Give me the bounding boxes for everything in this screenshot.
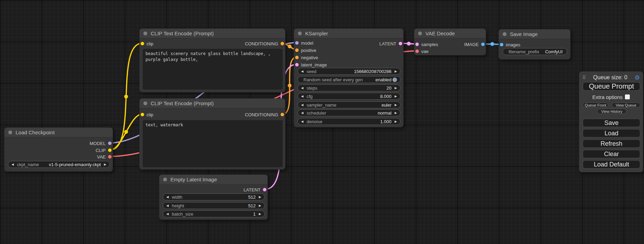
node-vae-decode[interactable]: VAE Decode samples vae IMAGE	[414, 28, 486, 55]
collapse-dot-icon[interactable]	[143, 101, 147, 105]
slot-dot-latent[interactable]	[399, 42, 402, 45]
queue-prompt-button[interactable]: Queue Prompt	[583, 82, 640, 91]
queue-front-button[interactable]: Queue Front	[583, 102, 608, 108]
slot-dot-vae[interactable]	[108, 155, 112, 159]
view-history-button[interactable]: View History	[597, 109, 626, 114]
node-save-image[interactable]: Save Image images filename_prefix ComfyU…	[499, 29, 571, 60]
filename-prefix-widget[interactable]: filename_prefix ComfyUI	[503, 48, 567, 55]
output-slot-latent[interactable]: LATENT	[379, 40, 402, 47]
input-slot-model[interactable]: model	[295, 39, 313, 46]
increment-arrow-icon[interactable]: ▶	[395, 111, 397, 115]
node-clip-text-encode-positive[interactable]: CLIP Text Encode (Prompt) clip CONDITION…	[139, 28, 285, 92]
input-slot-clip[interactable]: clip	[141, 111, 153, 118]
increment-arrow-icon[interactable]: ▶	[395, 120, 397, 123]
slot-dot-clip[interactable]	[141, 42, 144, 45]
output-slot-conditioning[interactable]: CONDITIONING	[245, 40, 284, 47]
output-slot-clip[interactable]: CLIP	[96, 147, 112, 154]
output-slot-image[interactable]: IMAGE	[464, 41, 485, 48]
collapse-dot-icon[interactable]	[163, 178, 167, 181]
node-title-bar[interactable]: KSampler	[294, 29, 403, 38]
collapse-dot-icon[interactable]	[8, 130, 12, 134]
node-load-checkpoint[interactable]: Load Checkpoint MODEL CLIP VAE ◀ ckpt_na…	[4, 127, 113, 172]
slot-dot-conditioning[interactable]	[281, 42, 284, 45]
slot-dot-vae[interactable]	[415, 49, 419, 53]
slot-dot-latent[interactable]	[415, 43, 419, 46]
increment-arrow-icon[interactable]: ▶	[259, 195, 261, 199]
cfg-widget[interactable]: ◀ cfg 8.000 ▶	[298, 93, 400, 100]
increment-arrow-icon[interactable]: ▶	[395, 103, 397, 107]
output-slot-model[interactable]: MODEL	[90, 140, 112, 147]
increment-arrow-icon[interactable]: ▶	[395, 86, 397, 90]
decrement-arrow-icon[interactable]: ◀	[301, 103, 303, 107]
slot-dot-conditioning[interactable]	[295, 48, 299, 52]
decrement-arrow-icon[interactable]: ◀	[301, 111, 303, 115]
decrement-arrow-icon[interactable]: ◀	[166, 195, 169, 199]
node-ksampler[interactable]: KSampler model positive negative latent_…	[294, 28, 404, 127]
decrement-arrow-icon[interactable]: ◀	[301, 120, 303, 123]
extra-options-checkbox[interactable]	[625, 94, 630, 99]
save-button[interactable]: Save	[583, 119, 640, 127]
scheduler-widget[interactable]: ◀ scheduler normal ▶	[298, 109, 400, 116]
node-title-bar[interactable]: VAE Decode	[414, 29, 486, 38]
slot-dot-image[interactable]	[500, 43, 503, 46]
slot-dot-image[interactable]	[481, 43, 485, 46]
input-slot-negative[interactable]: negative	[295, 54, 318, 61]
input-slot-latent-image[interactable]: latent_image	[295, 61, 327, 68]
denoise-widget[interactable]: ◀ denoise 1.000 ▶	[298, 118, 400, 125]
decrement-arrow-icon[interactable]: ◀	[301, 70, 303, 73]
increment-arrow-icon[interactable]: ▶	[259, 204, 261, 207]
input-slot-clip[interactable]: clip	[141, 40, 153, 47]
clear-button[interactable]: Clear	[583, 150, 640, 158]
steps-widget[interactable]: ◀ steps 20 ▶	[298, 84, 400, 91]
drag-handle-icon[interactable]: ⠿	[582, 75, 586, 80]
node-title-bar[interactable]: Empty Latent Image	[159, 175, 267, 184]
node-title-bar[interactable]: CLIP Text Encode (Prompt)	[140, 29, 285, 38]
prompt-text-area[interactable]: text, watermark	[143, 120, 283, 167]
output-slot-latent[interactable]: LATENT	[244, 186, 266, 193]
decrement-arrow-icon[interactable]: ◀	[301, 86, 303, 90]
input-slot-positive[interactable]: positive	[295, 47, 316, 54]
output-slot-conditioning[interactable]: CONDITIONING	[245, 111, 284, 118]
height-widget[interactable]: ◀ height 512 ▶	[163, 202, 265, 209]
slot-dot-clip[interactable]	[141, 113, 144, 116]
seed-widget[interactable]: ◀ seed 156680208700286 ▶	[298, 68, 400, 75]
increment-arrow-icon[interactable]: ▶	[104, 163, 106, 166]
decrement-arrow-icon[interactable]: ◀	[11, 163, 14, 166]
node-title-bar[interactable]: CLIP Text Encode (Prompt)	[140, 99, 285, 108]
toggle-circle-icon[interactable]	[392, 78, 397, 82]
increment-arrow-icon[interactable]: ▶	[395, 94, 397, 98]
slot-dot-latent[interactable]	[295, 63, 299, 66]
prompt-text-area[interactable]: beautiful scenery nature glass bottle la…	[143, 49, 283, 90]
slot-dot-latent[interactable]	[263, 188, 266, 191]
width-widget[interactable]: ◀ width 512 ▶	[163, 193, 265, 200]
node-empty-latent-image[interactable]: Empty Latent Image LATENT ◀ width 512 ▶ …	[159, 174, 268, 220]
batch-size-widget[interactable]: ◀ batch_size 1 ▶	[163, 210, 265, 217]
increment-arrow-icon[interactable]: ▶	[395, 70, 397, 73]
refresh-button[interactable]: Refresh	[583, 139, 640, 148]
decrement-arrow-icon[interactable]: ◀	[166, 212, 169, 216]
load-button[interactable]: Load	[583, 129, 640, 137]
increment-arrow-icon[interactable]: ▶	[259, 212, 261, 216]
settings-gear-icon[interactable]: ⚙	[635, 75, 640, 81]
slot-dot-clip[interactable]	[108, 148, 112, 152]
input-slot-vae[interactable]: vae	[415, 48, 429, 55]
collapse-dot-icon[interactable]	[143, 31, 147, 35]
sampler-name-widget[interactable]: ◀ sampler_name euler ▶	[298, 101, 400, 108]
output-slot-vae[interactable]: VAE	[97, 153, 112, 160]
collapse-dot-icon[interactable]	[503, 32, 506, 36]
slot-dot-model[interactable]	[108, 142, 112, 145]
decrement-arrow-icon[interactable]: ◀	[301, 94, 303, 98]
collapse-dot-icon[interactable]	[298, 31, 302, 35]
slot-dot-conditioning[interactable]	[281, 113, 284, 116]
load-default-button[interactable]: Load Default	[583, 160, 640, 169]
ckpt-name-widget[interactable]: ◀ ckpt_name v1-5-pruned-emaonly.ckpt ▶	[8, 161, 110, 168]
node-title-bar[interactable]: Save Image	[499, 29, 570, 39]
decrement-arrow-icon[interactable]: ◀	[166, 204, 169, 207]
input-slot-images[interactable]: images	[500, 41, 520, 48]
slot-dot-model[interactable]	[295, 41, 299, 45]
slot-dot-conditioning[interactable]	[295, 56, 299, 59]
collapse-dot-icon[interactable]	[418, 31, 422, 35]
node-clip-text-encode-negative[interactable]: CLIP Text Encode (Prompt) clip CONDITION…	[139, 98, 285, 170]
input-slot-samples[interactable]: samples	[415, 41, 438, 48]
random-seed-toggle-widget[interactable]: Random seed after every gen enabled	[298, 76, 400, 83]
